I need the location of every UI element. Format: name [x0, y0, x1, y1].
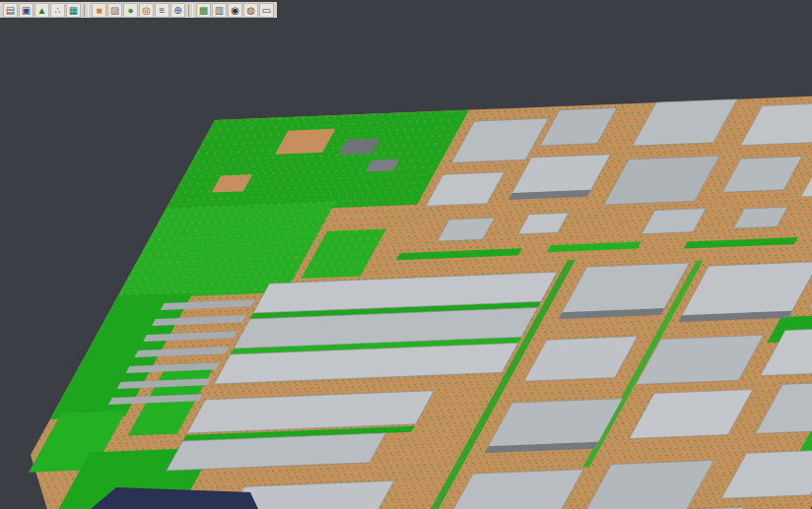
terrain-icon[interactable]: ▲ [34, 3, 49, 18]
histogram-icon[interactable]: ▥ [212, 3, 227, 18]
open-project-icon[interactable]: ▤ [3, 3, 18, 18]
toolbar: ▤▣▲∴▦■▨●◎≡⊕▩▥◉◍▭ [0, 0, 812, 18]
save-icon[interactable]: ▣ [19, 3, 34, 18]
classification-icon[interactable]: ● [123, 3, 138, 18]
menu-icon[interactable]: ≡ [155, 3, 169, 18]
palette-icon[interactable]: ▩ [196, 3, 211, 18]
zoom-extents-icon[interactable]: ⊕ [170, 3, 185, 18]
camera-icon[interactable]: ◍ [243, 3, 258, 18]
viewport-3d-scene[interactable] [0, 18, 812, 509]
application-window: ▤▣▲∴▦■▨●◎≡⊕▩▥◉◍▭ [0, 0, 812, 509]
point-cloud-icon[interactable]: ∴ [50, 3, 65, 18]
mesh-grid-icon[interactable]: ▦ [66, 3, 81, 18]
target-icon[interactable]: ◎ [139, 3, 154, 18]
texture-icon[interactable]: ▨ [107, 3, 122, 18]
toolbar-separator [188, 4, 193, 17]
measure-icon[interactable]: ▭ [259, 3, 274, 18]
sphere-icon[interactable]: ◉ [228, 3, 242, 18]
ortho-view-icon[interactable]: ■ [92, 3, 106, 18]
toolbar-separator [84, 4, 89, 17]
